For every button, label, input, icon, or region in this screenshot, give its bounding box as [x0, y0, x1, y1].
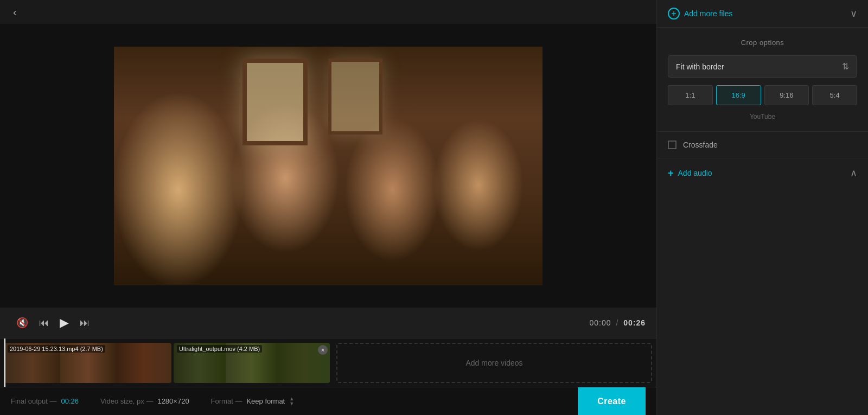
timeline-clip-1[interactable]: 2019-06-29 15.23.13.mp4 (2.7 MB)	[4, 343, 171, 383]
crop-mode-value: Fit with border	[676, 62, 724, 71]
add-audio-button[interactable]: + Add audio	[668, 168, 712, 179]
ratio-btn-16-9[interactable]: 16:9	[716, 85, 761, 105]
add-more-videos-label: Add more videos	[465, 359, 522, 367]
right-panel: + Add more files ∨ Crop options Fit with…	[656, 0, 868, 415]
create-button[interactable]: Create	[578, 387, 646, 416]
top-bar: ‹	[0, 0, 656, 24]
crossfade-label: Crossfade	[683, 141, 718, 149]
format-select-button[interactable]: Keep format ▲▼	[246, 397, 294, 406]
crossfade-checkbox[interactable]	[668, 141, 676, 149]
video-size-item: Video size, px — 1280×720	[100, 397, 189, 405]
timeline-cursor	[4, 339, 5, 387]
clip-2-close-button[interactable]: ×	[318, 345, 328, 355]
mute-icon: 🔇	[16, 317, 28, 328]
final-output-item: Final output — 00:26	[11, 397, 79, 405]
ratio-buttons-group: 1:1 16:9 9:16 5:4	[668, 85, 857, 105]
crop-mode-dropdown[interactable]: Fit with border ⇅	[668, 55, 857, 78]
controls-bar: 🔇 ⏮ ▶ ⏭ 00:00 / 00:26	[0, 308, 656, 338]
window-light-1	[242, 59, 308, 145]
back-button[interactable]: ‹	[9, 4, 21, 21]
skip-next-icon: ⏭	[80, 317, 90, 328]
crop-section: Crop options Fit with border ⇅ 1:1 16:9 …	[657, 28, 868, 132]
format-label: Format —	[211, 397, 242, 405]
play-icon: ▶	[60, 316, 69, 329]
timeline: 2019-06-29 15.23.13.mp4 (2.7 MB) Ultrali…	[0, 338, 656, 387]
timeline-clip-2[interactable]: Ultralight_output.mov (4.2 MB) ×	[174, 343, 330, 383]
skip-prev-icon: ⏮	[39, 317, 49, 328]
format-value: Keep format	[246, 397, 285, 405]
window-light-2	[328, 59, 382, 135]
add-audio-label: Add audio	[678, 169, 712, 177]
format-stepper-icon: ▲▼	[289, 397, 294, 406]
add-files-header[interactable]: + Add more files ∨	[657, 0, 868, 28]
time-separator: /	[616, 318, 618, 327]
strip-segment	[116, 343, 171, 383]
video-scene	[114, 47, 542, 285]
video-size-value: 1280×720	[157, 397, 189, 405]
clip-1-label: 2019-06-29 15.23.13.mp4 (2.7 MB)	[8, 345, 105, 353]
ratio-btn-1-1[interactable]: 1:1	[668, 85, 713, 105]
mute-button[interactable]: 🔇	[11, 314, 34, 332]
add-audio-plus-icon: +	[668, 168, 674, 179]
final-output-label: Final output —	[11, 397, 57, 405]
clip-2-label: Ultralight_output.mov (4.2 MB)	[177, 345, 262, 353]
crop-options-title: Crop options	[668, 39, 857, 47]
skip-prev-button[interactable]: ⏮	[34, 314, 54, 332]
add-audio-section: + Add audio ∧	[657, 158, 868, 188]
dropdown-arrows-icon: ⇅	[842, 61, 849, 72]
time-display: 00:00 / 00:26	[589, 318, 646, 327]
video-container	[0, 24, 656, 308]
expand-audio-button[interactable]: ∧	[850, 167, 857, 179]
skip-next-button[interactable]: ⏭	[74, 314, 95, 332]
collapse-button[interactable]: ∨	[850, 8, 857, 20]
time-current: 00:00	[589, 318, 611, 327]
ratio-btn-9-16[interactable]: 9:16	[764, 85, 809, 105]
final-output-value: 00:26	[61, 397, 79, 405]
add-files-label: Add more files	[684, 9, 732, 18]
add-files-button[interactable]: + Add more files	[668, 8, 732, 20]
time-total: 00:26	[623, 318, 646, 327]
add-files-plus-icon: +	[668, 8, 680, 20]
video-preview	[114, 47, 542, 285]
ratio-btn-5-4[interactable]: 5:4	[812, 85, 857, 105]
status-bar: Final output — 00:26 Video size, px — 12…	[0, 387, 656, 415]
crossfade-section: Crossfade	[657, 132, 868, 158]
format-item: Format — Keep format ▲▼	[211, 397, 295, 406]
platform-label: YouTube	[668, 113, 857, 120]
add-more-videos-button[interactable]: Add more videos	[336, 343, 652, 383]
play-button[interactable]: ▶	[54, 312, 74, 333]
video-size-label: Video size, px —	[100, 397, 153, 405]
